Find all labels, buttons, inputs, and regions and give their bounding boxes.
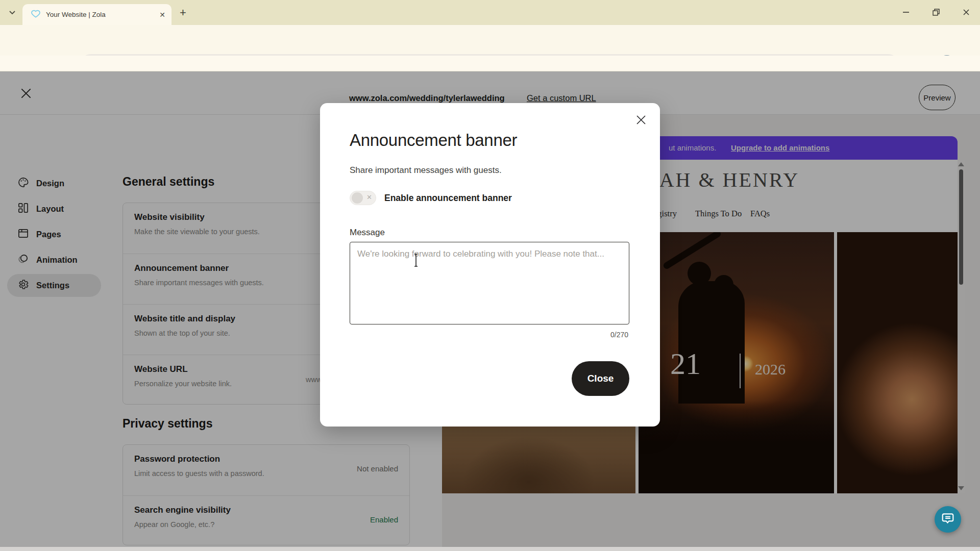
tab-close-icon[interactable]: ✕ xyxy=(159,11,165,19)
zola-heart-icon xyxy=(31,9,41,21)
tab-search-chevron-icon[interactable] xyxy=(7,7,17,19)
chat-bubble-icon xyxy=(941,512,954,527)
close-button[interactable]: Close xyxy=(572,361,629,396)
tab-title: Your Website | Zola xyxy=(46,11,155,18)
text-cursor xyxy=(412,253,420,267)
browser-tab[interactable]: Your Website | Zola ✕ xyxy=(22,4,172,25)
char-counter: 0/270 xyxy=(610,331,628,339)
message-textarea[interactable] xyxy=(350,242,629,324)
announcement-banner-modal: Announcement banner Share important mess… xyxy=(320,103,660,427)
browser-window: Your Website | Zola ✕ + zola.com/weddin xyxy=(0,0,980,551)
toggle-off-x-icon: ✕ xyxy=(366,193,372,201)
window-close-button[interactable] xyxy=(959,5,974,19)
toggle-label: Enable announcement banner xyxy=(384,193,512,204)
browser-tab-bar: Your Website | Zola ✕ + xyxy=(0,0,980,25)
toggle-knob xyxy=(352,192,363,204)
modal-subtitle: Share important messages with guests. xyxy=(350,165,502,176)
message-label: Message xyxy=(350,228,385,238)
chat-widget-button[interactable] xyxy=(935,506,961,533)
enable-banner-toggle[interactable]: ✕ xyxy=(350,191,376,205)
new-tab-button[interactable]: + xyxy=(180,6,186,19)
browser-url-bar: zola.com/wedding/manage/website/settings… xyxy=(0,25,980,56)
modal-title: Announcement banner xyxy=(350,131,517,150)
modal-close-icon[interactable] xyxy=(633,112,649,128)
window-minimize-button[interactable] xyxy=(898,5,914,19)
bottom-edge xyxy=(0,547,980,551)
bookmarks-strip xyxy=(0,56,980,71)
window-restore-button[interactable] xyxy=(928,5,944,19)
